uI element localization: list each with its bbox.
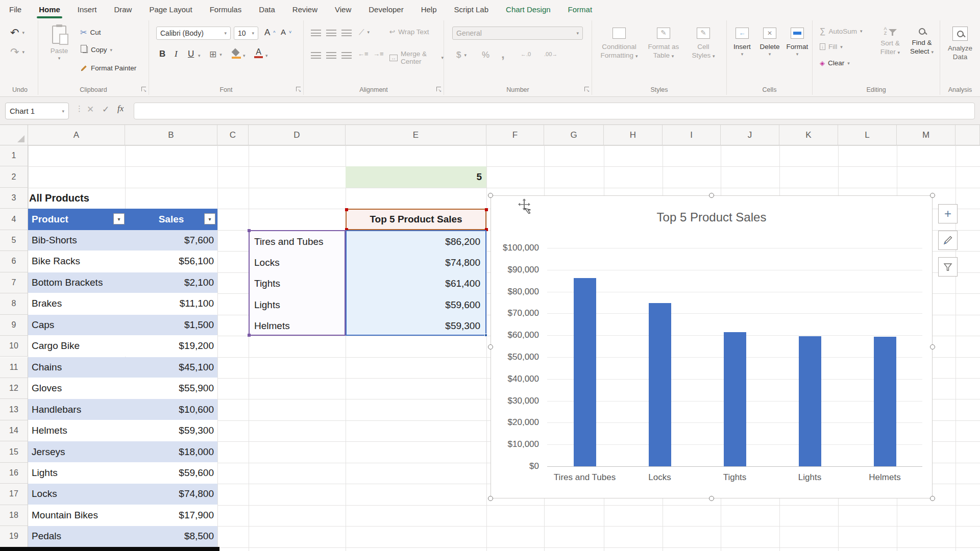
product-name-cell[interactable]: Bib-Shorts — [28, 230, 125, 251]
row-header-6[interactable]: 6 — [0, 251, 28, 272]
row-header-18[interactable]: 18 — [0, 505, 28, 526]
table-row[interactable]: Gloves$55,900 — [28, 378, 217, 399]
product-name-cell[interactable]: Bottom Brackets — [28, 272, 125, 293]
italic-button[interactable]: I — [175, 49, 178, 59]
cancel-icon[interactable]: ✕ — [87, 104, 94, 115]
table-row[interactable]: Chains$45,100 — [28, 357, 217, 378]
menu-tab-page-layout[interactable]: Page Layout — [149, 0, 192, 18]
chart-bar-tights[interactable] — [724, 332, 746, 466]
product-sales-cell[interactable]: $18,000 — [125, 441, 217, 462]
fill-color-button[interactable] — [232, 49, 241, 59]
column-header-H[interactable]: H — [604, 125, 663, 145]
menu-tab-home[interactable]: Home — [39, 0, 60, 18]
row-header-19[interactable]: 19 — [0, 526, 28, 547]
font-color-button[interactable]: A — [254, 48, 263, 58]
formula-bar-grip[interactable]: ⋮ — [76, 104, 83, 113]
chart-selection-handle[interactable] — [488, 496, 493, 501]
product-name-cell[interactable]: Lights — [28, 463, 125, 483]
fill-button[interactable]: ↓Fill▾ — [820, 43, 843, 51]
delete-cells-button[interactable]: ✕ Delete ▾ — [756, 28, 783, 57]
table-row[interactable]: Helmets$59,300 — [28, 420, 217, 441]
product-name-cell[interactable]: Helmets — [28, 420, 125, 441]
chart-bar-lights[interactable] — [799, 336, 821, 466]
top5-product-cell[interactable]: Tires and Tubes — [251, 231, 345, 252]
cut-button[interactable]: ✂Cut — [80, 28, 101, 37]
top5-product-cell[interactable]: Tights — [251, 273, 345, 294]
product-table-header-product[interactable]: Product — [28, 209, 125, 230]
fill-color-dropdown[interactable]: ▾ — [243, 53, 246, 58]
menu-tab-help[interactable]: Help — [421, 0, 437, 18]
row-header-15[interactable]: 15 — [0, 441, 28, 462]
menu-tab-script-lab[interactable]: Script Lab — [454, 0, 489, 18]
cell-styles-button[interactable]: ✎ Cell Styles ▾ — [686, 28, 721, 60]
row-header-12[interactable]: 12 — [0, 378, 28, 399]
product-sales-cell[interactable]: $59,600 — [125, 463, 217, 483]
product-table-header-sales[interactable]: Sales — [125, 209, 217, 230]
product-sales-cell[interactable]: $7,600 — [125, 230, 217, 251]
column-header-L[interactable]: L — [838, 125, 897, 145]
top5-product-cell[interactable]: Locks — [251, 252, 345, 273]
orientation-button[interactable]: ⟋▾ — [359, 28, 370, 37]
product-name-cell[interactable]: Caps — [28, 315, 125, 335]
table-row[interactable]: Caps$1,500 — [28, 315, 217, 336]
row-header-4[interactable]: 4 — [0, 209, 28, 230]
align-right-icon[interactable] — [341, 52, 352, 59]
autosum-button[interactable]: ∑AutoSum▾ — [820, 27, 862, 36]
chart-selection-handle[interactable] — [709, 496, 714, 501]
menu-tab-format[interactable]: Format — [568, 0, 593, 18]
product-name-cell[interactable]: Brakes — [28, 293, 125, 314]
chart-selection-handle[interactable] — [709, 193, 714, 198]
comma-style-button[interactable]: , — [501, 47, 505, 61]
row-header-16[interactable]: 16 — [0, 463, 28, 484]
table-row[interactable]: Lights$59,600 — [28, 463, 217, 484]
table-row[interactable]: Mountain Bikes$17,900 — [28, 505, 217, 526]
top5-sales-cell[interactable]: $74,800 — [348, 252, 484, 273]
menu-tab-file[interactable]: File — [9, 0, 21, 18]
product-sales-cell[interactable]: $1,500 — [125, 315, 217, 335]
product-sales-cell[interactable]: $74,800 — [125, 484, 217, 504]
chart-bar-tires-and-tubes[interactable] — [574, 278, 596, 466]
column-header-J[interactable]: J — [721, 125, 779, 145]
top5-sales-cell[interactable]: $59,300 — [348, 316, 484, 337]
column-header-I[interactable]: I — [663, 125, 721, 145]
row-header-17[interactable]: 17 — [0, 484, 28, 505]
top5-sales-cell[interactable]: $59,600 — [348, 294, 484, 315]
row-header-10[interactable]: 10 — [0, 336, 28, 357]
table-row[interactable]: Bib-Shorts$7,600 — [28, 230, 217, 251]
menu-tab-draw[interactable]: Draw — [114, 0, 132, 18]
table-row[interactable]: Locks$74,800 — [28, 484, 217, 505]
format-as-table-button[interactable]: ✎ Format as Table ▾ — [643, 28, 684, 60]
column-header-partial[interactable] — [955, 125, 980, 145]
product-name-cell[interactable]: Mountain Bikes — [28, 505, 125, 525]
align-bottom-icon[interactable] — [341, 30, 352, 36]
product-sales-cell[interactable]: $8,500 — [125, 526, 217, 546]
row-header-3[interactable]: 3 — [0, 188, 28, 209]
chart-selection-handle[interactable] — [488, 193, 493, 198]
column-header-B[interactable]: B — [125, 125, 217, 145]
chart-selection-handle[interactable] — [930, 193, 935, 198]
table-row[interactable]: Jerseys$18,000 — [28, 441, 217, 462]
chart-filters-button[interactable] — [938, 257, 958, 277]
row-header-11[interactable]: 11 — [0, 357, 28, 378]
name-box[interactable]: Chart 1 ▾ — [5, 103, 69, 119]
bold-button[interactable]: B — [159, 49, 165, 59]
table-row[interactable]: Cargo Bike$19,200 — [28, 336, 217, 357]
row-header-7[interactable]: 7 — [0, 272, 28, 293]
chart-selection-handle[interactable] — [930, 496, 935, 501]
enter-icon[interactable]: ✓ — [102, 104, 109, 115]
row-header-9[interactable]: 9 — [0, 315, 28, 336]
align-left-icon[interactable] — [311, 52, 321, 59]
copy-button[interactable]: Copy▾ — [80, 46, 112, 54]
cell-A3[interactable]: All Products — [29, 188, 182, 209]
find-select-button[interactable]: Find & Select ▾ — [906, 27, 937, 56]
product-sales-cell[interactable]: $45,100 — [125, 357, 217, 378]
menu-tab-data[interactable]: Data — [259, 0, 275, 18]
percent-style-button[interactable]: % — [482, 50, 489, 60]
top5-values-range[interactable]: $86,200$74,800$61,400$59,600$59,300 — [346, 230, 486, 336]
product-sales-cell[interactable]: $19,200 — [125, 336, 217, 356]
align-middle-icon[interactable] — [326, 30, 336, 36]
row-header-14[interactable]: 14 — [0, 420, 28, 441]
chart-title[interactable]: Top 5 Product Sales — [491, 210, 932, 224]
top5-product-cell[interactable]: Lights — [251, 294, 345, 315]
row-header-13[interactable]: 13 — [0, 399, 28, 420]
